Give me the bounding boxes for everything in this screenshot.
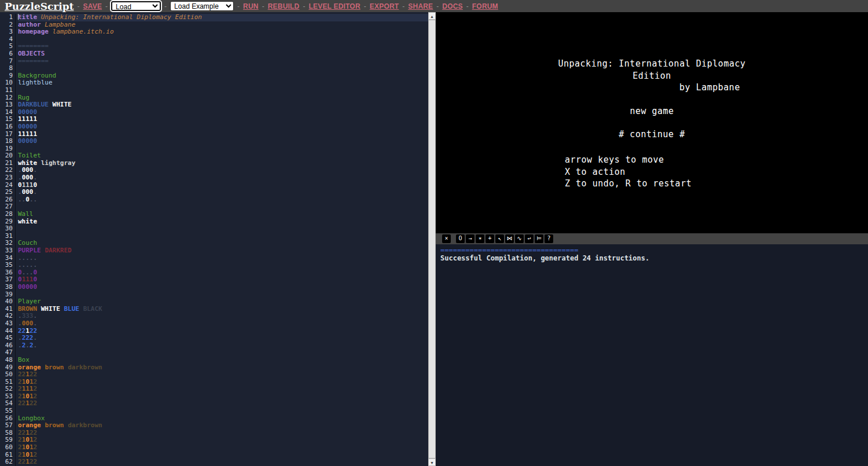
- code-line[interactable]: 22122: [18, 328, 428, 335]
- load-select[interactable]: Load: [111, 1, 161, 11]
- code-line[interactable]: title Unpacking: International Diplomacy…: [18, 14, 428, 21]
- line-number: 52: [0, 386, 13, 393]
- code-line[interactable]: OBJECTS: [18, 50, 428, 58]
- help-icon[interactable]: ?: [545, 234, 553, 243]
- code-line[interactable]: [18, 233, 428, 240]
- undo-icon[interactable]: ↩: [525, 234, 534, 243]
- code-line[interactable]: 22122: [18, 371, 428, 379]
- code-line[interactable]: .000.: [18, 189, 428, 196]
- close-icon[interactable]: ×: [442, 234, 451, 243]
- code-line[interactable]: Rug: [18, 94, 428, 102]
- toolbar-link-export[interactable]: EXPORT: [370, 2, 399, 10]
- restart-icon[interactable]: ⊨: [535, 234, 543, 243]
- code-line[interactable]: DARKBLUE WHITE: [18, 101, 428, 109]
- toolbar-link-level-editor[interactable]: LEVEL EDITOR: [308, 2, 360, 10]
- code-line[interactable]: .000.: [18, 320, 428, 328]
- code-line[interactable]: 11111: [18, 116, 428, 123]
- scroll-up-arrow-icon[interactable]: ▲: [428, 12, 436, 20]
- toolbar-link-rebuild[interactable]: REBUILD: [268, 2, 300, 10]
- code-line[interactable]: [18, 65, 428, 72]
- code-line[interactable]: 01110: [18, 276, 428, 284]
- code-line[interactable]: 00000: [18, 284, 428, 291]
- asterisk-icon[interactable]: ∗: [476, 234, 484, 243]
- code-line[interactable]: .333.: [18, 313, 428, 320]
- circle-icon[interactable]: O: [456, 234, 465, 243]
- line-number: 30: [0, 225, 13, 233]
- code-line[interactable]: white: [18, 218, 428, 226]
- code-line[interactable]: [18, 36, 428, 43]
- code-editor[interactable]: 1234567891011121314151617181920212223242…: [0, 12, 428, 466]
- code-line[interactable]: [18, 203, 428, 211]
- code-line[interactable]: .....: [18, 262, 428, 269]
- separator-dash: -: [164, 2, 167, 10]
- code-line[interactable]: orange brown darkbrown: [18, 364, 428, 372]
- code-line[interactable]: Background: [18, 72, 428, 80]
- code-line[interactable]: 21012: [18, 444, 428, 452]
- code-lines[interactable]: title Unpacking: International Diplomacy…: [16, 14, 428, 466]
- code-line[interactable]: 00000: [18, 109, 428, 116]
- save-button[interactable]: SAVE: [83, 2, 102, 10]
- code-line[interactable]: [18, 291, 428, 299]
- code-line[interactable]: [18, 225, 428, 233]
- separator-dash: -: [402, 2, 404, 10]
- game-byline: by Lampbane: [494, 83, 868, 92]
- scroll-down-arrow-icon[interactable]: ▼: [428, 458, 436, 466]
- code-line[interactable]: 0...0: [18, 269, 428, 277]
- code-line[interactable]: ..0..: [18, 196, 428, 204]
- resize-icon[interactable]: ⋈: [505, 234, 514, 243]
- code-line[interactable]: ========: [18, 58, 428, 65]
- code-line[interactable]: PURPLE DARKRED: [18, 247, 428, 255]
- code-line[interactable]: homepage lampbane.itch.io: [18, 28, 428, 36]
- code-line[interactable]: .222.: [18, 335, 428, 342]
- code-line[interactable]: 21112: [18, 386, 428, 393]
- toolbar-link-forum[interactable]: FORUM: [472, 2, 498, 10]
- line-number: 13: [0, 101, 13, 109]
- line-number: 18: [0, 138, 13, 145]
- right-pane: Unpacking: International Diplomacy Editi…: [436, 12, 868, 466]
- code-line[interactable]: 00000: [18, 138, 428, 145]
- scrollbar-thumb[interactable]: [428, 20, 436, 458]
- game-help-text: arrow keys to move X to action Z to undo…: [565, 154, 692, 190]
- code-line[interactable]: [18, 408, 428, 415]
- code-line[interactable]: 22122: [18, 458, 428, 466]
- code-line[interactable]: 01110: [18, 182, 428, 189]
- wave-icon[interactable]: ∿: [515, 234, 524, 243]
- code-line[interactable]: 22122: [18, 430, 428, 437]
- line-number: 3: [0, 28, 13, 36]
- code-line[interactable]: 11111: [18, 131, 428, 138]
- code-line[interactable]: orange brown darkbrown: [18, 422, 428, 430]
- toolbar-links: RUN-REBUILD-LEVEL EDITOR-EXPORT-SHARE-DO…: [243, 2, 498, 10]
- code-line[interactable]: .000.: [18, 174, 428, 182]
- code-line[interactable]: Toilet: [18, 152, 428, 160]
- code-line[interactable]: BROWN WHITE BLUE BLACK: [18, 306, 428, 313]
- code-line[interactable]: Couch: [18, 240, 428, 247]
- toolbar-link-run[interactable]: RUN: [243, 2, 259, 10]
- code-line[interactable]: 21012: [18, 379, 428, 386]
- puzzlescript-logo[interactable]: PuzzleScript: [5, 1, 74, 12]
- code-line[interactable]: .2.2.: [18, 342, 428, 350]
- code-line[interactable]: .....: [18, 255, 428, 262]
- line-number: 45: [0, 335, 13, 342]
- code-line[interactable]: lightblue: [18, 79, 428, 87]
- pointer-icon[interactable]: ↖: [495, 234, 504, 243]
- code-line[interactable]: Wall: [18, 211, 428, 218]
- toolbar-link-docs[interactable]: DOCS: [442, 2, 462, 10]
- code-line[interactable]: white lightgray: [18, 160, 428, 167]
- code-line[interactable]: [18, 87, 428, 94]
- code-line[interactable]: 22122: [18, 400, 428, 408]
- load-example-select[interactable]: Load Example: [170, 1, 234, 11]
- separator-dash: -: [78, 2, 80, 10]
- game-canvas[interactable]: Unpacking: International Diplomacy Editi…: [436, 12, 868, 233]
- code-line[interactable]: 21012: [18, 452, 428, 459]
- code-line[interactable]: 00000: [18, 123, 428, 131]
- code-line[interactable]: ========: [18, 43, 428, 50]
- code-line[interactable]: [18, 145, 428, 153]
- toolbar-link-share[interactable]: SHARE: [408, 2, 433, 10]
- editor-scrollbar[interactable]: ▲ ▼: [428, 12, 436, 466]
- arrow-right-icon[interactable]: →: [466, 234, 475, 243]
- code-line[interactable]: [18, 349, 428, 357]
- plus-icon[interactable]: +: [486, 234, 494, 243]
- code-line[interactable]: 21012: [18, 393, 428, 401]
- code-line[interactable]: 21012: [18, 436, 428, 444]
- code-line[interactable]: .000.: [18, 167, 428, 174]
